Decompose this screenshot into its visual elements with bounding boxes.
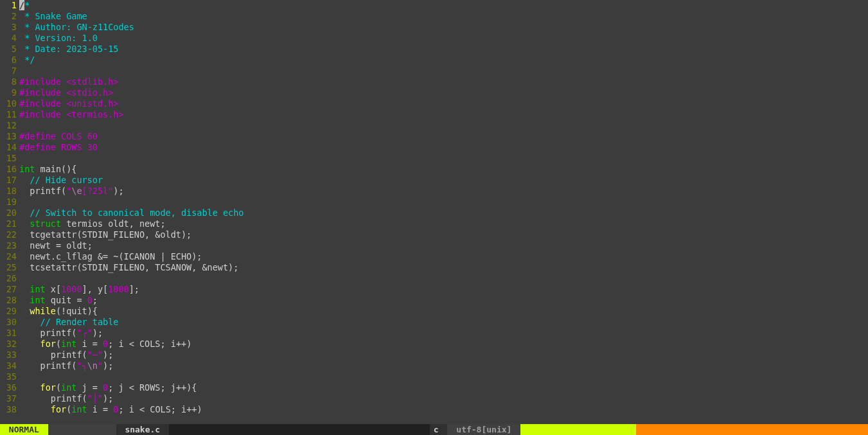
code-content[interactable]: #include <termios.h> xyxy=(19,109,868,120)
code-content[interactable] xyxy=(19,371,868,382)
code-editor[interactable]: 1/*2 * Snake Game3 * Author: GN-z11Codes… xyxy=(0,0,868,424)
line-number: 29 xyxy=(0,306,19,317)
code-line[interactable]: 29 while(!quit){ xyxy=(0,306,868,317)
code-content[interactable]: * Author: GN-z11Codes xyxy=(19,22,868,33)
code-content[interactable]: newt.c_lflag &= ~(ICANON | ECHO); xyxy=(19,251,868,262)
code-line[interactable]: 15 xyxy=(0,153,868,164)
code-line[interactable]: 19 xyxy=(0,197,868,208)
code-line[interactable]: 21 struct termios oldt, newt; xyxy=(0,218,868,229)
code-line[interactable]: 7 xyxy=(0,66,868,76)
line-number: 23 xyxy=(0,240,19,251)
code-line[interactable]: 5 * Date: 2023-05-15 xyxy=(0,44,868,55)
line-number: 18 xyxy=(0,186,19,197)
line-number: 30 xyxy=(0,317,19,328)
line-number: 26 xyxy=(0,273,19,284)
code-content[interactable]: // Switch to canonical mode, disable ech… xyxy=(19,208,868,218)
code-line[interactable]: 8#include <stdlib.h> xyxy=(0,76,868,87)
code-content[interactable]: * Date: 2023-05-15 xyxy=(19,44,868,55)
code-line[interactable]: 26 xyxy=(0,273,868,284)
code-line[interactable]: 25 tcsetattr(STDIN_FILENO, TCSANOW, &new… xyxy=(0,262,868,273)
line-number: 3 xyxy=(0,22,19,33)
code-line[interactable]: 16int main(){ xyxy=(0,164,868,175)
code-content[interactable]: #include <unistd.h> xyxy=(19,98,868,109)
code-content[interactable]: /* xyxy=(19,0,868,11)
code-content[interactable] xyxy=(19,273,868,284)
code-line[interactable]: 6 */ xyxy=(0,55,868,66)
code-line[interactable]: 4 * Version: 1.0 xyxy=(0,33,868,44)
code-content[interactable]: #include <stdio.h> xyxy=(19,87,868,98)
code-line[interactable]: 28 int quit = 0; xyxy=(0,295,868,306)
code-content[interactable]: #define COLS 60 xyxy=(19,131,868,142)
code-content[interactable] xyxy=(19,66,868,76)
code-content[interactable]: printf("─"); xyxy=(19,350,868,360)
line-number: 31 xyxy=(0,328,19,339)
code-line[interactable]: 3 * Author: GN-z11Codes xyxy=(0,22,868,33)
code-content[interactable]: // Render table xyxy=(19,317,868,328)
code-content[interactable]: int x[1000], y[1000]; xyxy=(19,284,868,295)
line-number: 38 xyxy=(0,404,19,415)
code-line[interactable]: 12 xyxy=(0,120,868,131)
code-line[interactable]: 23 newt = oldt; xyxy=(0,240,868,251)
code-line[interactable]: 1/* xyxy=(0,0,868,11)
line-number: 11 xyxy=(0,109,19,120)
line-number: 7 xyxy=(0,66,19,76)
code-content[interactable] xyxy=(19,197,868,208)
code-line[interactable]: 34 printf("┐\n"); xyxy=(0,360,868,371)
code-content[interactable]: * Version: 1.0 xyxy=(19,33,868,44)
line-number: 15 xyxy=(0,153,19,164)
code-line[interactable]: 35 xyxy=(0,371,868,382)
code-content[interactable] xyxy=(19,153,868,164)
line-number: 5 xyxy=(0,44,19,55)
code-line[interactable]: 20 // Switch to canonical mode, disable … xyxy=(0,208,868,218)
code-line[interactable]: 22 tcgetattr(STDIN_FILENO, &oldt); xyxy=(0,229,868,240)
code-content[interactable]: int quit = 0; xyxy=(19,295,868,306)
line-number: 22 xyxy=(0,229,19,240)
line-number: 17 xyxy=(0,175,19,186)
code-content[interactable]: struct termios oldt, newt; xyxy=(19,218,868,229)
code-line[interactable]: 9#include <stdio.h> xyxy=(0,87,868,98)
line-number: 34 xyxy=(0,360,19,371)
code-line[interactable]: 33 printf("─"); xyxy=(0,350,868,360)
code-content[interactable]: #define ROWS 30 xyxy=(19,142,868,153)
code-line[interactable]: 31 printf("┌"); xyxy=(0,328,868,339)
code-content[interactable]: printf("│"); xyxy=(19,393,868,404)
encoding-segment: utf-8[unix] xyxy=(447,424,520,435)
line-number: 36 xyxy=(0,382,19,393)
code-content[interactable]: printf("┐\n"); xyxy=(19,360,868,371)
code-content[interactable]: for(int j = 0; j < ROWS; j++){ xyxy=(19,382,868,393)
code-content[interactable]: for(int i = 0; i < COLS; i++) xyxy=(19,339,868,350)
code-content[interactable]: newt = oldt; xyxy=(19,240,868,251)
code-line[interactable]: 36 for(int j = 0; j < ROWS; j++){ xyxy=(0,382,868,393)
code-content[interactable]: tcsetattr(STDIN_FILENO, TCSANOW, &newt); xyxy=(19,262,868,273)
code-content[interactable]: printf("\e[?25l"); xyxy=(19,186,868,197)
code-line[interactable]: 27 int x[1000], y[1000]; xyxy=(0,284,868,295)
code-line[interactable]: 30 // Render table xyxy=(0,317,868,328)
code-content[interactable]: // Hide cursor xyxy=(19,175,868,186)
code-line[interactable]: 10#include <unistd.h> xyxy=(0,98,868,109)
code-line[interactable]: 2 * Snake Game xyxy=(0,11,868,22)
code-line[interactable]: 38 for(int i = 0; i < COLS; i++) xyxy=(0,404,868,415)
code-content[interactable] xyxy=(19,120,868,131)
statusline-spacer xyxy=(169,424,430,435)
code-line[interactable]: 11#include <termios.h> xyxy=(0,109,868,120)
code-content[interactable]: for(int i = 0; i < COLS; i++) xyxy=(19,404,868,415)
code-content[interactable]: printf("┌"); xyxy=(19,328,868,339)
code-content[interactable]: tcgetattr(STDIN_FILENO, &oldt); xyxy=(19,229,868,240)
code-line[interactable]: 17 // Hide cursor xyxy=(0,175,868,186)
code-content[interactable]: */ xyxy=(19,55,868,66)
code-line[interactable]: 24 newt.c_lflag &= ~(ICANON | ECHO); xyxy=(0,251,868,262)
code-content[interactable]: while(!quit){ xyxy=(19,306,868,317)
code-content[interactable]: * Snake Game xyxy=(19,11,868,22)
code-line[interactable]: 32 for(int i = 0; i < COLS; i++) xyxy=(0,339,868,350)
code-line[interactable]: 13#define COLS 60 xyxy=(0,131,868,142)
code-content[interactable]: int main(){ xyxy=(19,164,868,175)
code-line[interactable]: 14#define ROWS 30 xyxy=(0,142,868,153)
git-branch-segment: master xyxy=(48,424,116,435)
code-content[interactable]: #include <stdlib.h> xyxy=(19,76,868,87)
code-line[interactable]: 18 printf("\e[?25l"); xyxy=(0,186,868,197)
line-number: 32 xyxy=(0,339,19,350)
line-number: 24 xyxy=(0,251,19,262)
line-number: 14 xyxy=(0,142,19,153)
code-line[interactable]: 37 printf("│"); xyxy=(0,393,868,404)
line-number: 25 xyxy=(0,262,19,273)
